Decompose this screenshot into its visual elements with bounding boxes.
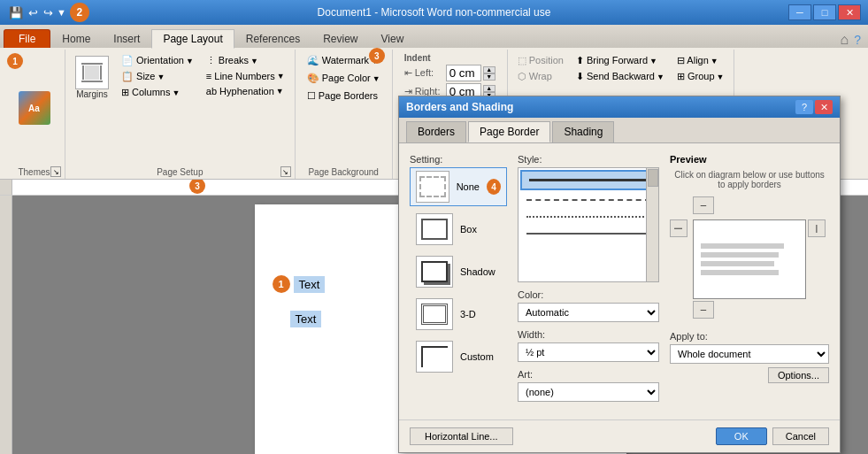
cancel-button[interactable]: Cancel: [772, 427, 829, 445]
tab-home[interactable]: Home: [50, 29, 102, 48]
setting-box[interactable]: Box: [410, 210, 507, 249]
setting-box-icon: [416, 213, 453, 245]
columns-button[interactable]: ⊞ Columns ▼: [117, 85, 198, 100]
preview-line-1: [701, 243, 784, 249]
send-backward-button[interactable]: ⬇ Send Backward ▼: [572, 69, 669, 84]
indent-right-up[interactable]: ▲: [483, 85, 495, 92]
setting-none-label: None: [457, 181, 480, 192]
style-scrollbar-thumb[interactable]: [648, 169, 658, 187]
art-label: Art:: [518, 369, 659, 380]
dialog-close-button[interactable]: ✕: [815, 100, 833, 114]
dropdown-arrow-icon[interactable]: ▼: [57, 7, 66, 18]
tab-insert[interactable]: Insert: [102, 29, 151, 48]
style-item-selected[interactable]: [520, 170, 657, 190]
wrap-button[interactable]: ⬡ Wrap: [513, 69, 568, 84]
undo-icon[interactable]: ↩: [27, 6, 40, 19]
tab-review[interactable]: Review: [311, 29, 369, 48]
page-setup-launcher[interactable]: ↘: [280, 166, 291, 177]
indent-label: Indent: [404, 53, 495, 63]
dialog-tab-page-border[interactable]: Page Border: [468, 121, 550, 142]
page-borders-button[interactable]: ☐ Page Borders: [303, 88, 382, 104]
apply-to-select[interactable]: Whole document: [670, 344, 829, 364]
options-button[interactable]: Options...: [768, 367, 829, 383]
dialog-tab-borders[interactable]: Borders: [406, 121, 466, 142]
line-numbers-button[interactable]: ≡ Line Numbers ▼: [202, 69, 289, 83]
setting-custom[interactable]: Custom: [410, 337, 507, 376]
quick-access-toolbar: 💾 ↩ ↪ ▼ 2: [7, 3, 89, 22]
color-label: Color:: [518, 289, 659, 300]
tab-page-layout[interactable]: Page Layout: [151, 29, 234, 49]
dialog-footer: Horizontal Line... OK Cancel: [399, 419, 840, 452]
maximize-button[interactable]: □: [813, 4, 836, 20]
preview-line-4: [701, 270, 779, 275]
save-icon[interactable]: 💾: [7, 6, 25, 19]
style-item-3[interactable]: [519, 209, 657, 225]
hyphenation-button[interactable]: ab Hyphenation ▼: [202, 84, 289, 98]
tab-view[interactable]: View: [370, 29, 416, 48]
setting-shadow[interactable]: Shadow: [410, 252, 507, 291]
dialog-help-button[interactable]: ?: [795, 100, 813, 114]
indent-left-up[interactable]: ▲: [483, 66, 495, 73]
window-title: Document1 - Microsoft Word non-commercia…: [318, 6, 551, 19]
tab-references[interactable]: References: [234, 29, 311, 48]
page-background-content: 🌊 Watermark ▼ 🎨 Page Color ▼ ☐ Page Bord…: [303, 53, 385, 175]
style-item-2[interactable]: [519, 192, 657, 208]
badge-1[interactable]: 1: [7, 53, 23, 69]
badge-1-doc[interactable]: 1: [273, 275, 290, 293]
width-select-wrapper: ½ pt: [518, 342, 659, 362]
quick-access-buttons: 💾 ↩ ↪ ▼: [7, 6, 66, 19]
orientation-button[interactable]: 📄 Orientation ▼: [117, 53, 198, 68]
indent-left-input[interactable]: [446, 65, 481, 81]
minimize-button[interactable]: ─: [788, 4, 811, 20]
margins-label: Margins: [76, 89, 108, 99]
text-selected-1: Text: [294, 276, 326, 293]
setting-3d-icon: [416, 298, 453, 330]
help-nav-icon[interactable]: ⌂: [841, 32, 849, 48]
setting-3d[interactable]: 3-D: [410, 295, 507, 334]
dialog-tab-shading[interactable]: Shading: [552, 121, 614, 142]
quick-badge[interactable]: 2: [70, 3, 89, 22]
horizontal-line-button[interactable]: Horizontal Line...: [410, 427, 513, 445]
help-button[interactable]: ?: [854, 33, 861, 47]
position-button[interactable]: ⬚ Position: [513, 53, 568, 68]
art-select[interactable]: (none): [518, 382, 659, 402]
page-setup-content: Margins 📄 Orientation ▼ 📋 Size ▼ ⊞ Colum…: [71, 53, 289, 175]
page-setup-label: Page Setup: [65, 167, 295, 177]
badge-4[interactable]: 4: [487, 179, 501, 195]
apply-to-select-wrapper: Whole document: [670, 344, 829, 364]
margins-button[interactable]: Margins: [71, 53, 113, 102]
dialog-body: Setting: None 4 Box: [399, 143, 840, 419]
preview-right-border-button[interactable]: |: [808, 219, 826, 237]
redo-icon[interactable]: ↪: [42, 6, 55, 19]
dialog-tab-list: Borders Page Border Shading: [399, 118, 840, 143]
indent-left-down[interactable]: ▼: [483, 73, 495, 81]
style-item-4[interactable]: [519, 226, 657, 242]
group-button[interactable]: ⊞ Group ▼: [672, 69, 729, 84]
left-ruler: [0, 196, 12, 454]
themes-icon-label: Aa: [28, 104, 40, 113]
close-button[interactable]: ✕: [838, 4, 861, 20]
badge-3[interactable]: 3: [369, 48, 385, 64]
setting-none[interactable]: None 4: [410, 167, 507, 206]
margins-icon: [75, 56, 109, 89]
preview-top-border-button[interactable]: ─: [693, 196, 714, 214]
themes-button[interactable]: Aa 1: [14, 88, 55, 127]
size-button[interactable]: 📋 Size ▼: [117, 69, 198, 84]
tab-file[interactable]: File: [4, 29, 50, 48]
badge-ruler-3[interactable]: 3: [189, 180, 205, 194]
preview-label: Preview: [670, 154, 829, 165]
preview-bottom-border-button[interactable]: ─: [693, 301, 714, 319]
ruler-corner: [0, 180, 12, 195]
ok-button[interactable]: OK: [716, 427, 767, 445]
dialog-title-buttons: ? ✕: [795, 100, 833, 114]
preview-left-border-button[interactable]: |: [670, 219, 687, 237]
style-column: Style:: [518, 154, 659, 409]
breaks-button[interactable]: ⋮ Breaks ▼: [202, 53, 289, 68]
align-button[interactable]: ⊟ Align ▼: [672, 53, 729, 68]
width-select[interactable]: ½ pt: [518, 342, 659, 362]
color-select[interactable]: Automatic: [518, 303, 659, 322]
page-color-button[interactable]: 🎨 Page Color ▼: [303, 71, 385, 86]
themes-group-launcher[interactable]: ↘: [50, 166, 61, 177]
bring-forward-button[interactable]: ⬆ Bring Forward ▼: [572, 53, 669, 68]
style-list[interactable]: [518, 167, 659, 282]
